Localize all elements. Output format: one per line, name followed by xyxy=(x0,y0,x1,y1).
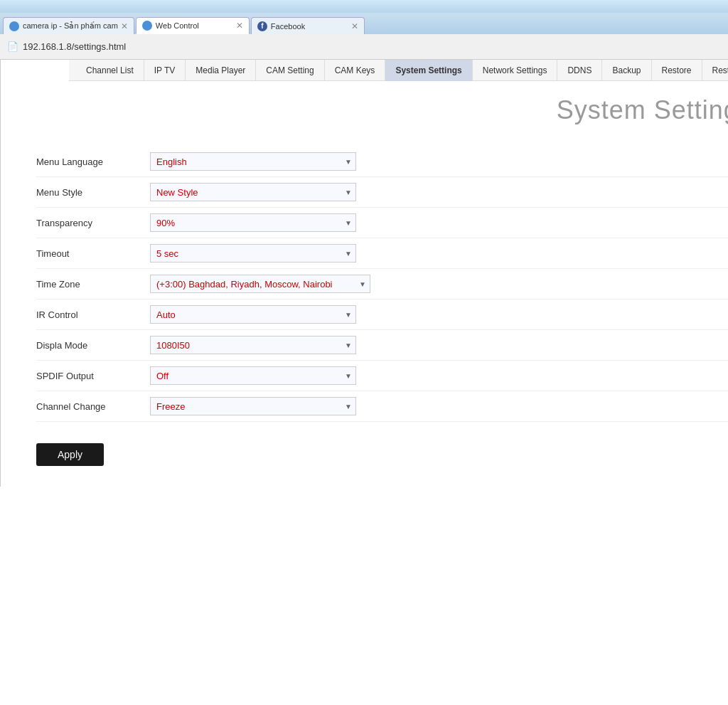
select-wrapper-displa-mode: 1080I50 1080I60 720P50 720P60 576P 480P xyxy=(150,336,356,354)
control-menu-style: New Style Classic Style xyxy=(150,183,356,201)
label-timeout: Timeout xyxy=(36,248,150,259)
nav-ddns[interactable]: DDNS xyxy=(557,60,602,81)
camera-tab-label: camera ip - Sản phẩm cam xyxy=(23,21,118,31)
control-spdif-output: Off On Auto xyxy=(150,366,356,385)
nav-bar: Channel List IP TV Media Player CAM Sett… xyxy=(69,60,728,81)
facebook-tab-close[interactable]: ✕ xyxy=(351,21,358,31)
settings-row-menu-language: Menu Language English French German Span… xyxy=(36,147,728,177)
file-icon: 📄 xyxy=(7,41,18,52)
webcontrol-tab-icon xyxy=(142,21,152,31)
select-wrapper-spdif-output: Off On Auto xyxy=(150,366,356,385)
nav-backup[interactable]: Backup xyxy=(602,60,651,81)
label-time-zone: Time Zone xyxy=(36,279,150,290)
control-channel-change: Freeze Black Last frame xyxy=(150,397,356,415)
content-area: System Settings Menu Language English Fr… xyxy=(1,81,728,487)
main-layout: Channel List IP TV Media Player CAM Sett… xyxy=(0,60,728,487)
webcontrol-tab-label: Web Control xyxy=(156,21,233,30)
control-timeout: 5 sec 10 sec 15 sec 30 sec xyxy=(150,244,356,263)
camera-tab-icon xyxy=(9,21,19,31)
nav-restore[interactable]: Restore xyxy=(652,60,702,81)
nav-system-settings[interactable]: System Settings xyxy=(385,60,472,81)
select-spdif-output[interactable]: Off On Auto xyxy=(150,366,356,385)
nav-iptv[interactable]: IP TV xyxy=(144,60,186,81)
select-wrapper-channel-change: Freeze Black Last frame xyxy=(150,397,356,415)
label-ir-control: IR Control xyxy=(36,309,150,320)
select-displa-mode[interactable]: 1080I50 1080I60 720P50 720P60 576P 480P xyxy=(150,336,356,354)
select-wrapper-timeout: 5 sec 10 sec 15 sec 30 sec xyxy=(150,244,356,263)
facebook-tab-label: Facebook xyxy=(271,22,348,31)
select-wrapper-transparency: 90% 80% 70% 60% 50% xyxy=(150,213,356,232)
settings-row-timeout: Timeout 5 sec 10 sec 15 sec 30 sec xyxy=(36,238,728,269)
control-displa-mode: 1080I50 1080I60 720P50 720P60 576P 480P xyxy=(150,336,356,354)
nav-cam-setting[interactable]: CAM Setting xyxy=(256,60,324,81)
camera-tab-close[interactable]: ✕ xyxy=(121,21,128,31)
tab-camera[interactable]: camera ip - Sản phẩm cam ✕ xyxy=(3,17,134,34)
settings-row-displa-mode: Displa Mode 1080I50 1080I60 720P50 720P6… xyxy=(36,330,728,361)
settings-row-time-zone: Time Zone (+3:00) Baghdad, Riyadh, Mosco… xyxy=(36,269,728,300)
settings-table: Menu Language English French German Span… xyxy=(36,147,728,422)
facebook-tab-icon: f xyxy=(257,21,267,31)
control-ir-control: Auto Manual Off xyxy=(150,305,356,324)
select-time-zone[interactable]: (+3:00) Baghdad, Riyadh, Moscow, Nairobi xyxy=(150,275,370,293)
select-wrapper-menu-language: English French German Spanish xyxy=(150,152,356,171)
settings-row-transparency: Transparency 90% 80% 70% 60% 50% xyxy=(36,208,728,238)
tab-facebook[interactable]: f Facebook ✕ xyxy=(251,17,365,34)
apply-button[interactable]: Apply xyxy=(36,443,104,466)
browser-top-bar xyxy=(0,0,728,13)
settings-row-spdif-output: SPDIF Output Off On Auto xyxy=(36,361,728,391)
label-transparency: Transparency xyxy=(36,218,150,228)
nav-restart-box[interactable]: Restart box xyxy=(702,60,728,81)
control-time-zone: (+3:00) Baghdad, Riyadh, Moscow, Nairobi xyxy=(150,275,370,293)
nav-cam-keys[interactable]: CAM Keys xyxy=(325,60,386,81)
page-title: System Settings xyxy=(22,95,728,125)
webcontrol-tab-close[interactable]: ✕ xyxy=(236,21,243,31)
settings-row-channel-change: Channel Change Freeze Black Last frame xyxy=(36,391,728,422)
select-wrapper-time-zone: (+3:00) Baghdad, Riyadh, Moscow, Nairobi xyxy=(150,275,370,293)
select-wrapper-ir-control: Auto Manual Off xyxy=(150,305,356,324)
button-row: Apply xyxy=(36,422,728,466)
select-menu-language[interactable]: English French German Spanish xyxy=(150,152,356,171)
select-menu-style[interactable]: New Style Classic Style xyxy=(150,183,356,201)
label-channel-change: Channel Change xyxy=(36,401,150,412)
label-menu-style: Menu Style xyxy=(36,187,150,198)
nav-media-player[interactable]: Media Player xyxy=(186,60,256,81)
select-transparency[interactable]: 90% 80% 70% 60% 50% xyxy=(150,213,356,232)
select-wrapper-menu-style: New Style Classic Style xyxy=(150,183,356,201)
address-bar: 📄 192.168.1.8/settings.html xyxy=(0,34,728,60)
select-timeout[interactable]: 5 sec 10 sec 15 sec 30 sec xyxy=(150,244,356,263)
tab-webcontrol[interactable]: Web Control ✕ xyxy=(136,17,250,34)
nav-channel-list[interactable]: Channel List xyxy=(76,60,144,81)
label-displa-mode: Displa Mode xyxy=(36,340,150,351)
select-channel-change[interactable]: Freeze Black Last frame xyxy=(150,397,356,415)
settings-row-ir-control: IR Control Auto Manual Off xyxy=(36,300,728,330)
nav-network-settings[interactable]: Network Settings xyxy=(473,60,558,81)
select-ir-control[interactable]: Auto Manual Off xyxy=(150,305,356,324)
address-text[interactable]: 192.168.1.8/settings.html xyxy=(23,41,126,52)
label-menu-language: Menu Language xyxy=(36,157,150,167)
tab-bar: camera ip - Sản phẩm cam ✕ Web Control ✕… xyxy=(0,13,728,34)
settings-row-menu-style: Menu Style New Style Classic Style xyxy=(36,177,728,208)
control-transparency: 90% 80% 70% 60% 50% xyxy=(150,213,356,232)
label-spdif-output: SPDIF Output xyxy=(36,371,150,381)
control-menu-language: English French German Spanish xyxy=(150,152,356,171)
